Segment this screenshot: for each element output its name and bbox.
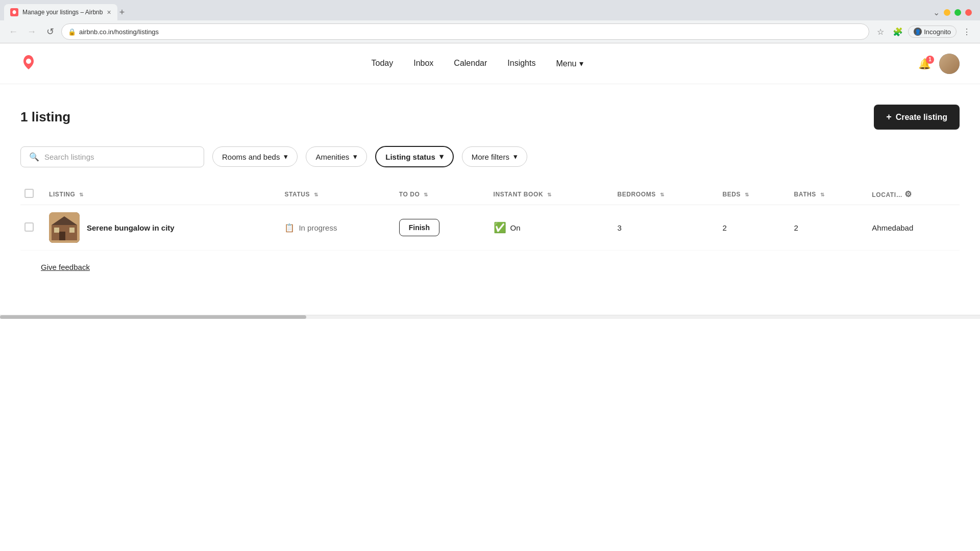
instant-book-info: ✅ On bbox=[494, 221, 601, 234]
more-filters-button[interactable]: More filters ▾ bbox=[462, 146, 527, 167]
select-all-checkbox[interactable] bbox=[24, 189, 34, 198]
scrollbar-thumb[interactable] bbox=[0, 315, 306, 319]
baths-cell: 2 bbox=[786, 205, 864, 251]
nav-menu-label: Menu bbox=[556, 59, 576, 68]
listing-cell: Serene bungalow in city bbox=[41, 205, 276, 251]
lock-icon: 🔒 bbox=[68, 28, 76, 36]
col-todo: To Do ⇅ bbox=[391, 184, 485, 205]
refresh-button[interactable]: ↺ bbox=[43, 24, 57, 39]
baths-sort-icon[interactable]: ⇅ bbox=[820, 192, 825, 197]
amenities-label: Amenities bbox=[315, 153, 349, 161]
window-controls bbox=[944, 9, 972, 16]
listings-table: Listing ⇅ Status ⇅ To Do ⇅ Instant Boo bbox=[20, 184, 960, 251]
horizontal-scrollbar[interactable] bbox=[0, 315, 980, 319]
page: Today Inbox Calendar Insights Menu ▾ 🔔 1… bbox=[0, 43, 980, 551]
user-avatar[interactable] bbox=[939, 54, 960, 74]
avatar-image bbox=[939, 54, 960, 74]
col-bedrooms: Bedrooms ⇅ bbox=[609, 184, 714, 205]
window-maximize-button[interactable] bbox=[954, 9, 961, 16]
location-cell: Ahmedabad bbox=[864, 205, 960, 251]
address-bar[interactable]: 🔒 airbnb.co.in/hosting/listings bbox=[61, 23, 869, 40]
notifications-bell[interactable]: 🔔 1 bbox=[918, 58, 931, 70]
todo-cell: Finish bbox=[391, 205, 485, 251]
nav-links: Today Inbox Calendar Insights Menu ▾ bbox=[372, 57, 584, 71]
col-listing: Listing ⇅ bbox=[41, 184, 276, 205]
col-location: Locati… ⚙ bbox=[864, 184, 960, 205]
nav-menu[interactable]: Menu ▾ bbox=[556, 59, 583, 68]
instant-book-sort-icon[interactable]: ⇅ bbox=[547, 192, 552, 197]
rooms-beds-filter[interactable]: Rooms and beds ▾ bbox=[212, 146, 298, 167]
col-bedrooms-label: Bedrooms bbox=[617, 191, 655, 198]
more-options-button[interactable]: ⋮ bbox=[960, 24, 974, 39]
extensions-button[interactable]: 🧩 bbox=[891, 24, 905, 39]
incognito-icon: 👤 bbox=[914, 28, 922, 36]
incognito-indicator[interactable]: 👤 Incognito bbox=[908, 26, 957, 38]
browser-actions: ☆ 🧩 👤 Incognito ⋮ bbox=[873, 24, 974, 39]
give-feedback-link[interactable]: Give feedback bbox=[41, 263, 90, 271]
col-settings-icon[interactable]: ⚙ bbox=[904, 190, 912, 198]
new-tab-button[interactable]: + bbox=[119, 7, 125, 18]
instant-book-cell: ✅ On bbox=[485, 205, 609, 251]
status-text: In progress bbox=[299, 223, 337, 232]
col-baths-label: Baths bbox=[794, 191, 816, 198]
browser-chrome: Manage your listings – Airbnb × + ⌄ ← → … bbox=[0, 0, 980, 43]
listing-sort-icon[interactable]: ⇅ bbox=[79, 192, 84, 197]
bedrooms-value: 3 bbox=[617, 223, 621, 232]
status-cell: 📋 In progress bbox=[276, 205, 390, 251]
listing-thumbnail-image bbox=[49, 212, 80, 243]
listing-thumbnail[interactable] bbox=[49, 212, 80, 243]
row-checkbox-cell bbox=[20, 205, 41, 251]
bookmark-button[interactable]: ☆ bbox=[873, 24, 888, 39]
back-button[interactable]: ← bbox=[6, 24, 20, 39]
col-beds: Beds ⇅ bbox=[714, 184, 786, 205]
svg-rect-5 bbox=[69, 228, 75, 233]
search-bar[interactable]: 🔍 bbox=[20, 146, 204, 167]
nav-right: 🔔 1 bbox=[918, 54, 960, 74]
col-status: Status ⇅ bbox=[276, 184, 390, 205]
col-status-label: Status bbox=[284, 191, 310, 198]
col-instant-book-label: Instant Book bbox=[494, 191, 544, 198]
more-filters-label: More filters bbox=[472, 153, 509, 161]
svg-rect-4 bbox=[54, 228, 59, 233]
col-beds-label: Beds bbox=[722, 191, 741, 198]
tab-close-button[interactable]: × bbox=[107, 8, 111, 16]
location-value: Ahmedabad bbox=[872, 223, 913, 232]
browser-tab[interactable]: Manage your listings – Airbnb × bbox=[4, 4, 117, 20]
window-minimize-button[interactable] bbox=[944, 9, 950, 16]
bedrooms-sort-icon[interactable]: ⇅ bbox=[660, 192, 665, 197]
nav-insights[interactable]: Insights bbox=[507, 57, 535, 71]
col-location-label: Locati… bbox=[872, 191, 902, 198]
listing-status-chevron-icon: ▾ bbox=[439, 152, 444, 161]
listing-info: Serene bungalow in city bbox=[49, 212, 268, 243]
nav-calendar[interactable]: Calendar bbox=[454, 57, 487, 71]
window-close-button[interactable] bbox=[965, 9, 972, 16]
finish-button[interactable]: Finish bbox=[399, 219, 439, 236]
todo-sort-icon[interactable]: ⇅ bbox=[424, 192, 428, 197]
rooms-beds-chevron-icon: ▾ bbox=[284, 152, 288, 161]
browser-toolbar: ← → ↺ 🔒 airbnb.co.in/hosting/listings ☆ … bbox=[0, 20, 980, 43]
nav-today[interactable]: Today bbox=[372, 57, 394, 71]
create-listing-button[interactable]: + Create listing bbox=[874, 105, 960, 130]
nav-inbox[interactable]: Inbox bbox=[413, 57, 433, 71]
search-input[interactable] bbox=[44, 153, 195, 161]
tab-overflow-button[interactable]: ⌄ bbox=[933, 8, 940, 17]
amenities-filter[interactable]: Amenities ▾ bbox=[306, 146, 367, 167]
top-nav: Today Inbox Calendar Insights Menu ▾ 🔔 1 bbox=[0, 43, 980, 84]
url-text: airbnb.co.in/hosting/listings bbox=[79, 28, 159, 36]
col-baths: Baths ⇅ bbox=[786, 184, 864, 205]
forward-button[interactable]: → bbox=[24, 24, 39, 39]
listing-status-filter[interactable]: Listing status ▾ bbox=[375, 146, 454, 167]
beds-sort-icon[interactable]: ⇅ bbox=[745, 192, 749, 197]
table-body: Serene bungalow in city 📋 In progress Fi… bbox=[20, 205, 960, 251]
col-instant-book: Instant Book ⇅ bbox=[485, 184, 609, 205]
listings-count: 1 listing bbox=[20, 109, 70, 125]
listing-name[interactable]: Serene bungalow in city bbox=[87, 223, 175, 232]
airbnb-logo[interactable] bbox=[20, 55, 37, 73]
status-sort-icon[interactable]: ⇅ bbox=[314, 192, 318, 197]
row-checkbox[interactable] bbox=[24, 222, 34, 232]
svg-rect-3 bbox=[59, 232, 65, 240]
browser-tab-bar: Manage your listings – Airbnb × + ⌄ bbox=[0, 0, 980, 20]
listings-header: 1 listing + Create listing bbox=[20, 105, 960, 130]
filters-bar: 🔍 Rooms and beds ▾ Amenities ▾ Listing s… bbox=[20, 146, 960, 167]
bedrooms-cell: 3 bbox=[609, 205, 714, 251]
